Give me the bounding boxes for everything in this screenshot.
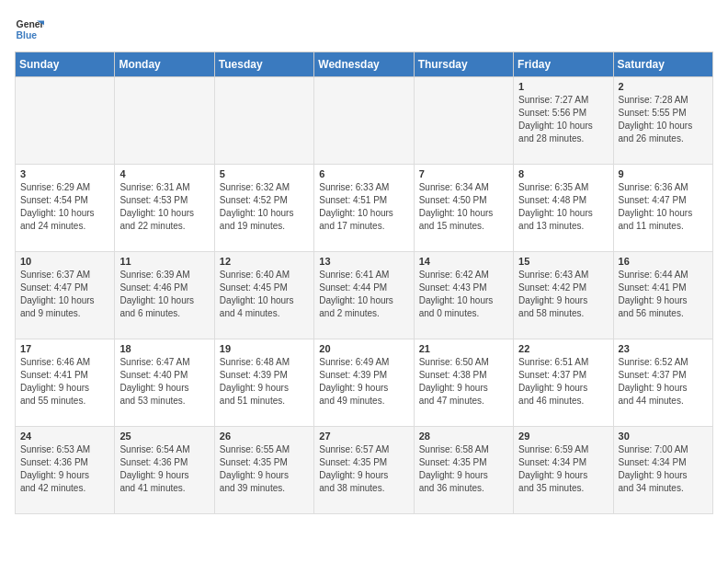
logo-icon: General Blue bbox=[15, 15, 44, 44]
day-info: Sunrise: 6:40 AM Sunset: 4:45 PM Dayligh… bbox=[220, 269, 309, 320]
calendar-table: SundayMondayTuesdayWednesdayThursdayFrid… bbox=[15, 52, 713, 514]
calendar-cell: 11Sunrise: 6:39 AM Sunset: 4:46 PM Dayli… bbox=[115, 252, 214, 339]
day-info: Sunrise: 6:39 AM Sunset: 4:46 PM Dayligh… bbox=[119, 269, 209, 320]
day-number: 15 bbox=[518, 256, 608, 267]
weekday-header-friday: Friday bbox=[514, 52, 613, 77]
calendar-cell: 6Sunrise: 6:33 AM Sunset: 4:51 PM Daylig… bbox=[314, 165, 414, 252]
calendar-cell: 23Sunrise: 6:52 AM Sunset: 4:37 PM Dayli… bbox=[613, 339, 712, 427]
weekday-header-saturday: Saturday bbox=[613, 52, 712, 77]
calendar-cell: 21Sunrise: 6:50 AM Sunset: 4:38 PM Dayli… bbox=[414, 339, 513, 427]
calendar-cell: 10Sunrise: 6:37 AM Sunset: 4:47 PM Dayli… bbox=[16, 252, 115, 339]
day-number: 24 bbox=[20, 431, 109, 442]
calendar-cell: 8Sunrise: 6:35 AM Sunset: 4:48 PM Daylig… bbox=[514, 165, 613, 252]
day-info: Sunrise: 6:42 AM Sunset: 4:43 PM Dayligh… bbox=[419, 269, 508, 320]
calendar-cell: 24Sunrise: 6:53 AM Sunset: 4:36 PM Dayli… bbox=[16, 427, 115, 514]
day-number: 10 bbox=[20, 256, 109, 267]
day-info: Sunrise: 6:33 AM Sunset: 4:51 PM Dayligh… bbox=[319, 181, 408, 233]
logo: General Blue bbox=[15, 15, 44, 44]
day-number: 8 bbox=[518, 168, 608, 179]
day-info: Sunrise: 7:28 AM Sunset: 5:55 PM Dayligh… bbox=[619, 94, 708, 145]
day-number: 21 bbox=[419, 343, 508, 354]
calendar-cell: 5Sunrise: 6:32 AM Sunset: 4:52 PM Daylig… bbox=[214, 165, 313, 252]
day-info: Sunrise: 6:37 AM Sunset: 4:47 PM Dayligh… bbox=[20, 269, 109, 320]
day-number: 1 bbox=[518, 81, 608, 92]
calendar-cell: 22Sunrise: 6:51 AM Sunset: 4:37 PM Dayli… bbox=[514, 339, 613, 427]
calendar-cell: 13Sunrise: 6:41 AM Sunset: 4:44 PM Dayli… bbox=[314, 252, 414, 339]
day-number: 17 bbox=[20, 343, 109, 354]
day-number: 4 bbox=[119, 168, 209, 179]
day-info: Sunrise: 6:51 AM Sunset: 4:37 PM Dayligh… bbox=[518, 356, 608, 408]
calendar-cell: 18Sunrise: 6:47 AM Sunset: 4:40 PM Dayli… bbox=[115, 339, 214, 427]
day-number: 11 bbox=[119, 256, 209, 267]
day-number: 22 bbox=[518, 343, 608, 354]
day-number: 3 bbox=[20, 168, 109, 179]
calendar-cell: 30Sunrise: 7:00 AM Sunset: 4:34 PM Dayli… bbox=[613, 427, 712, 514]
day-info: Sunrise: 6:43 AM Sunset: 4:42 PM Dayligh… bbox=[518, 269, 608, 320]
day-info: Sunrise: 7:00 AM Sunset: 4:34 PM Dayligh… bbox=[619, 443, 708, 495]
day-number: 25 bbox=[119, 431, 209, 442]
calendar-cell: 9Sunrise: 6:36 AM Sunset: 4:47 PM Daylig… bbox=[613, 165, 712, 252]
calendar-cell: 28Sunrise: 6:58 AM Sunset: 4:35 PM Dayli… bbox=[414, 427, 513, 514]
calendar-cell: 14Sunrise: 6:42 AM Sunset: 4:43 PM Dayli… bbox=[414, 252, 513, 339]
weekday-header-wednesday: Wednesday bbox=[314, 52, 414, 77]
day-number: 18 bbox=[119, 343, 209, 354]
day-info: Sunrise: 6:48 AM Sunset: 4:39 PM Dayligh… bbox=[220, 356, 309, 408]
day-info: Sunrise: 6:34 AM Sunset: 4:50 PM Dayligh… bbox=[419, 181, 508, 233]
day-number: 23 bbox=[619, 343, 708, 354]
svg-text:Blue: Blue bbox=[17, 30, 38, 40]
day-info: Sunrise: 6:50 AM Sunset: 4:38 PM Dayligh… bbox=[419, 356, 508, 408]
calendar-cell bbox=[414, 77, 513, 165]
calendar-cell: 19Sunrise: 6:48 AM Sunset: 4:39 PM Dayli… bbox=[214, 339, 313, 427]
calendar-cell bbox=[115, 77, 214, 165]
calendar-cell bbox=[214, 77, 313, 165]
day-info: Sunrise: 6:57 AM Sunset: 4:35 PM Dayligh… bbox=[319, 443, 408, 495]
day-number: 12 bbox=[220, 256, 309, 267]
day-info: Sunrise: 6:46 AM Sunset: 4:41 PM Dayligh… bbox=[20, 356, 109, 408]
day-info: Sunrise: 6:44 AM Sunset: 4:41 PM Dayligh… bbox=[619, 269, 708, 320]
weekday-header-monday: Monday bbox=[115, 52, 214, 77]
day-number: 27 bbox=[319, 431, 408, 442]
day-info: Sunrise: 6:58 AM Sunset: 4:35 PM Dayligh… bbox=[419, 443, 508, 495]
day-info: Sunrise: 6:59 AM Sunset: 4:34 PM Dayligh… bbox=[518, 443, 608, 495]
day-number: 16 bbox=[619, 256, 708, 267]
calendar-cell: 2Sunrise: 7:28 AM Sunset: 5:55 PM Daylig… bbox=[613, 77, 712, 165]
day-info: Sunrise: 7:27 AM Sunset: 5:56 PM Dayligh… bbox=[518, 94, 608, 145]
calendar-cell: 4Sunrise: 6:31 AM Sunset: 4:53 PM Daylig… bbox=[115, 165, 214, 252]
day-number: 28 bbox=[419, 431, 508, 442]
day-number: 20 bbox=[319, 343, 408, 354]
weekday-header-thursday: Thursday bbox=[414, 52, 513, 77]
day-number: 5 bbox=[220, 168, 309, 179]
day-info: Sunrise: 6:41 AM Sunset: 4:44 PM Dayligh… bbox=[319, 269, 408, 320]
calendar-cell: 25Sunrise: 6:54 AM Sunset: 4:36 PM Dayli… bbox=[115, 427, 214, 514]
calendar-cell: 17Sunrise: 6:46 AM Sunset: 4:41 PM Dayli… bbox=[16, 339, 115, 427]
calendar-cell: 26Sunrise: 6:55 AM Sunset: 4:35 PM Dayli… bbox=[214, 427, 313, 514]
day-info: Sunrise: 6:35 AM Sunset: 4:48 PM Dayligh… bbox=[518, 181, 608, 233]
day-info: Sunrise: 6:36 AM Sunset: 4:47 PM Dayligh… bbox=[619, 181, 708, 233]
day-number: 29 bbox=[518, 431, 608, 442]
day-number: 13 bbox=[319, 256, 408, 267]
day-info: Sunrise: 6:47 AM Sunset: 4:40 PM Dayligh… bbox=[119, 356, 209, 408]
day-info: Sunrise: 6:29 AM Sunset: 4:54 PM Dayligh… bbox=[20, 181, 109, 233]
weekday-header-tuesday: Tuesday bbox=[214, 52, 313, 77]
day-number: 14 bbox=[419, 256, 508, 267]
calendar-cell: 7Sunrise: 6:34 AM Sunset: 4:50 PM Daylig… bbox=[414, 165, 513, 252]
calendar-cell: 29Sunrise: 6:59 AM Sunset: 4:34 PM Dayli… bbox=[514, 427, 613, 514]
day-number: 19 bbox=[220, 343, 309, 354]
calendar-cell bbox=[314, 77, 414, 165]
day-number: 26 bbox=[220, 431, 309, 442]
calendar-cell bbox=[16, 77, 115, 165]
day-number: 9 bbox=[619, 168, 708, 179]
day-number: 6 bbox=[319, 168, 408, 179]
header: General Blue bbox=[15, 15, 713, 44]
day-info: Sunrise: 6:52 AM Sunset: 4:37 PM Dayligh… bbox=[619, 356, 708, 408]
calendar-cell: 16Sunrise: 6:44 AM Sunset: 4:41 PM Dayli… bbox=[613, 252, 712, 339]
day-info: Sunrise: 6:53 AM Sunset: 4:36 PM Dayligh… bbox=[20, 443, 109, 495]
day-number: 7 bbox=[419, 168, 508, 179]
day-number: 30 bbox=[619, 431, 708, 442]
calendar-cell: 3Sunrise: 6:29 AM Sunset: 4:54 PM Daylig… bbox=[16, 165, 115, 252]
day-number: 2 bbox=[619, 81, 708, 92]
weekday-header-sunday: Sunday bbox=[16, 52, 115, 77]
day-info: Sunrise: 6:32 AM Sunset: 4:52 PM Dayligh… bbox=[220, 181, 309, 233]
day-info: Sunrise: 6:31 AM Sunset: 4:53 PM Dayligh… bbox=[119, 181, 209, 233]
calendar-cell: 15Sunrise: 6:43 AM Sunset: 4:42 PM Dayli… bbox=[514, 252, 613, 339]
